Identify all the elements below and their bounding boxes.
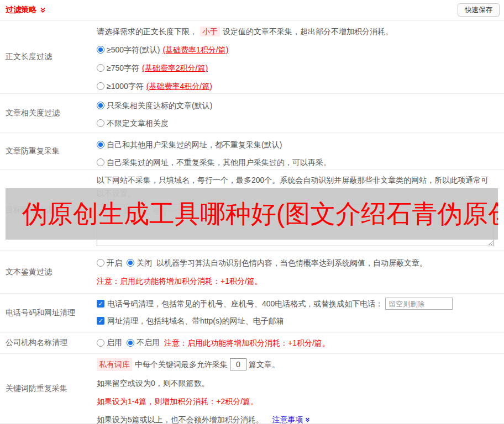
- replacement-phone-input[interactable]: [385, 298, 453, 310]
- porn-filter-off-label[interactable]: 关闭: [136, 257, 152, 269]
- option-relevance-only[interactable]: 只采集相关度达标的文章(默认): [97, 99, 500, 112]
- option-label: ≥500字符(默认): [107, 44, 160, 56]
- url-clean-option[interactable]: ✓ 网址清理，包括纯域名、带http(s)的网址、电子邮箱: [97, 315, 500, 327]
- option-label: 自己采集过的网址，不重复采集，其他用户采集过的，可以再采。: [107, 156, 331, 168]
- porn-filter-label: 文本鉴黄过滤: [0, 251, 97, 293]
- dedup-content: 自己和其他用户采集过的网址，都不重复采集(默认) 自己采集过的网址，不重复采集，…: [97, 133, 504, 169]
- option-length-750[interactable]: ≥750字符 (基础费率2积分/篇): [97, 62, 500, 74]
- company-clean-label: 公司机构名称清理: [0, 332, 97, 353]
- keyword-line1-suffix: 篇文章。: [249, 358, 280, 370]
- radio-unselected-icon[interactable]: [97, 64, 104, 72]
- company-clean-content: 启用 不启用 注意：启用此功能将增加积分消耗：+1积分/篇。: [97, 332, 504, 353]
- content-length-intro: 请选择需求的正文长度下限，小于设定值的文章不采集，超出部分不增加积分消耗。: [97, 25, 500, 38]
- row-keyword-dedup: 关键词防重复采集 私有词库 中每个关键词最多允许采集 篇文章。 如果留空或设为0…: [0, 354, 504, 424]
- option-dedup-all-users[interactable]: 自己和其他用户采集过的网址，都不重复采集(默认): [97, 139, 500, 151]
- porn-filter-content: 开启 关闭 以机器学习算法自动识别色情内容，当色情概率达到系统阈值，自动屏蔽文章…: [97, 251, 504, 293]
- radio-unselected-icon[interactable]: [97, 158, 104, 166]
- less-than-badge: 小于: [200, 26, 220, 36]
- phone-url-clean-content: ✓ 电话号码清理，包括常见的手机号、座机号、400电话格式，或替换成如下电话： …: [97, 294, 504, 332]
- radio-unselected-icon[interactable]: [97, 119, 104, 127]
- keyword-line1-mid: 中每个关键词最多允许采集: [135, 358, 228, 370]
- content-length-label: 正文长度过滤: [0, 20, 97, 93]
- checkbox-checked-icon[interactable]: ✓: [97, 300, 104, 308]
- ad-overlay-text: 伪原创生成工具哪种好(图文介绍石青伪原创: [22, 197, 498, 231]
- option-relevance-any[interactable]: 不限定文章相关度: [97, 117, 500, 129]
- section-title-text: 过滤策略: [6, 5, 36, 15]
- intro-prefix: 请选择需求的正文长度下限，: [97, 27, 197, 36]
- phone-clean-text: 电话号码清理，包括常见的手机号、座机号、400电话格式，或替换成如下电话：: [107, 298, 383, 310]
- keyword-dedup-label: 关键词防重复采集: [0, 354, 97, 423]
- porn-filter-description: 以机器学习算法自动识别色情内容，当色情概率达到系统阈值，自动屏蔽文章。: [156, 257, 427, 269]
- option-label: ≥1000字符: [107, 80, 144, 92]
- keyword-dedup-line1: 私有词库 中每个关键词最多允许采集 篇文章。: [97, 358, 500, 371]
- option-length-500[interactable]: ≥500字符(默认) (基础费率1积分/篇): [97, 44, 500, 56]
- quick-save-button[interactable]: 快速保存: [458, 3, 500, 17]
- row-porn-filter: 文本鉴黄过滤 开启 关闭 以机器学习算法自动识别色情内容，当色情概率达到系统阈值…: [0, 251, 504, 294]
- relevance-content: 只采集相关度达标的文章(默认) 不限定文章相关度: [97, 94, 504, 132]
- radio-unselected-icon[interactable]: [97, 82, 104, 90]
- company-clean-cost-note: 注意：启用此功能将增加积分消耗：+1积分/篇。: [164, 337, 330, 349]
- keyword-dedup-cost-note: 如果设为1-4篇，则增加积分消耗：+2积分/篇。: [97, 395, 500, 407]
- private-lexicon-badge: 私有词库: [97, 358, 132, 371]
- company-clean-on-label[interactable]: 启用: [107, 338, 122, 348]
- content-length-content: 请选择需求的正文长度下限，小于设定值的文章不采集，超出部分不增加积分消耗。 ≥5…: [97, 20, 504, 93]
- keyword-line4-text: 如果设为5篇或以上，也不会额外增加积分消耗。: [97, 415, 264, 424]
- porn-filter-options: 开启 关闭 以机器学习算法自动识别色情内容，当色情概率达到系统阈值，自动屏蔽文章…: [97, 257, 500, 269]
- row-phone-url-clean: 电话号码和网址清理 ✓ 电话号码清理，包括常见的手机号、座机号、400电话格式，…: [0, 294, 504, 332]
- top-bar: 过滤策略 快速保存: [0, 0, 504, 20]
- max-articles-count-input[interactable]: [230, 358, 246, 370]
- option-label: ≥750字符: [107, 62, 139, 74]
- phone-url-clean-label: 电话号码和网址清理: [0, 294, 97, 332]
- option-label: 自己和其他用户采集过的网址，都不重复采集(默认): [107, 139, 282, 151]
- keyword-dedup-line2: 如果留空或设为0，则不限篇数。: [97, 377, 500, 389]
- radio-selected-icon[interactable]: [127, 339, 134, 347]
- filter-strategy-page: 过滤策略 快速保存 正文长度过滤 请选择需求的正文长度下限，小于设定值的文章不采…: [0, 0, 504, 424]
- section-title[interactable]: 过滤策略: [6, 5, 46, 15]
- relevance-label: 文章相关度过滤: [0, 94, 97, 132]
- radio-selected-icon[interactable]: [97, 46, 104, 54]
- option-fee-note: (基础费率2积分/篇): [142, 62, 208, 74]
- intro-suffix: 设定值的文章不采集，超出部分不增加积分消耗。: [223, 27, 393, 36]
- checkbox-checked-icon[interactable]: ✓: [97, 317, 104, 325]
- option-dedup-self-only[interactable]: 自己采集过的网址，不重复采集，其他用户采集过的，可以再采。: [97, 156, 500, 168]
- radio-selected-icon[interactable]: [97, 141, 104, 149]
- ad-overlay-banner[interactable]: 伪原创生成工具哪种好(图文介绍石青伪原创: [6, 188, 498, 240]
- phone-clean-option[interactable]: ✓ 电话号码清理，包括常见的手机号、座机号、400电话格式，或替换成如下电话：: [97, 298, 500, 310]
- url-clean-text: 网址清理，包括纯域名、带http(s)的网址、电子邮箱: [107, 315, 284, 327]
- company-clean-off-label[interactable]: 不启用: [136, 338, 160, 348]
- option-fee-note: (基础费率4积分/篇): [146, 80, 212, 92]
- row-dedup-collection: 文章防重复采集 自己和其他用户采集过的网址，都不重复采集(默认) 自己采集过的网…: [0, 133, 504, 170]
- option-label: 不限定文章相关度: [107, 117, 169, 129]
- keyword-dedup-line4: 如果设为5篇或以上，也不会额外增加积分消耗。 注意事项: [97, 414, 500, 424]
- radio-selected-icon[interactable]: [97, 102, 104, 109]
- option-fee-note: (基础费率1积分/篇): [162, 44, 228, 56]
- porn-filter-cost-note: 注意：启用此功能将增加积分消耗：+1积分/篇。: [97, 275, 500, 287]
- keyword-dedup-content: 私有词库 中每个关键词最多允许采集 篇文章。 如果留空或设为0，则不限篇数。 如…: [97, 354, 504, 423]
- radio-unselected-icon[interactable]: [97, 339, 104, 347]
- radio-selected-icon[interactable]: [127, 259, 134, 267]
- option-length-1000[interactable]: ≥1000字符 (基础费率4积分/篇): [97, 80, 500, 92]
- row-relevance-filter: 文章相关度过滤 只采集相关度达标的文章(默认) 不限定文章相关度: [0, 94, 504, 133]
- option-label: 只采集相关度达标的文章(默认): [107, 99, 212, 112]
- notes-link[interactable]: 注意事项: [272, 414, 311, 424]
- porn-filter-on-label[interactable]: 开启: [107, 257, 122, 269]
- dedup-label: 文章防重复采集: [0, 133, 97, 169]
- radio-unselected-icon[interactable]: [97, 259, 104, 267]
- notes-link-text: 注意事项: [272, 414, 303, 424]
- chevron-double-down-icon: [39, 7, 46, 14]
- row-content-length-filter: 正文长度过滤 请选择需求的正文长度下限，小于设定值的文章不采集，超出部分不增加积…: [0, 20, 504, 94]
- row-company-clean: 公司机构名称清理 启用 不启用 注意：启用此功能将增加积分消耗：+1积分/篇。: [0, 332, 504, 354]
- chevron-double-down-icon: [305, 417, 311, 423]
